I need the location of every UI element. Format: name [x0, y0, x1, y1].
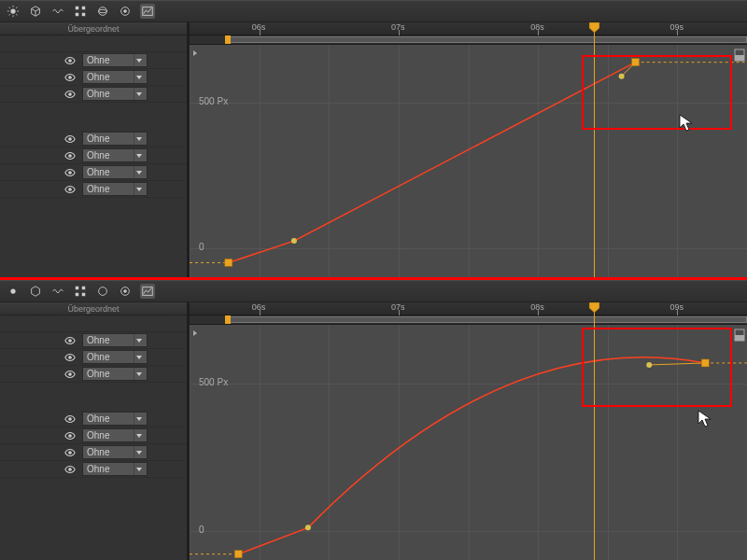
wave-icon[interactable] — [50, 4, 65, 19]
parent-dropdown[interactable]: Ohne — [82, 350, 148, 364]
svg-line-29 — [622, 63, 636, 77]
parent-dropdown[interactable]: Ohne — [82, 132, 148, 146]
parent-dropdown[interactable]: Ohne — [82, 182, 148, 196]
time-ruler[interactable]: 06s07s08s09s — [190, 22, 747, 35]
chevron-down-icon — [134, 183, 143, 195]
chevron-down-icon — [134, 351, 143, 363]
chevron-down-icon — [134, 413, 143, 425]
visibility-icon[interactable] — [63, 54, 77, 67]
target-icon[interactable] — [118, 4, 133, 19]
layer-panel: Übergeordnet OhneOhneOhneOhneOhneOhneOhn… — [0, 302, 187, 560]
cube-icon[interactable] — [28, 284, 43, 299]
layer-panel: Übergeordnet OhneOhneOhneOhneOhneOhneOhn… — [0, 22, 187, 277]
layer-row[interactable]: Ohne — [0, 147, 187, 164]
grid-icon[interactable] — [73, 4, 88, 19]
visibility-icon[interactable] — [63, 463, 77, 476]
layer-row[interactable]: Ohne — [0, 461, 187, 478]
visibility-icon[interactable] — [63, 351, 77, 364]
graph-editor[interactable]: 06s07s08s09s 0500 Px — [187, 302, 747, 560]
grid-icon[interactable] — [73, 284, 88, 299]
parent-dropdown[interactable]: Ohne — [82, 148, 148, 162]
svg-point-13 — [99, 7, 107, 16]
time-ruler[interactable]: 06s07s08s09s — [190, 302, 747, 315]
layer-row[interactable]: Ohne — [0, 332, 187, 349]
sun-icon[interactable] — [6, 4, 21, 19]
svg-point-54 — [305, 525, 311, 530]
keyframe[interactable] — [234, 551, 242, 558]
parent-dropdown[interactable]: Ohne — [82, 462, 148, 476]
graph-editor[interactable]: 06s07s08s09s 0500 Px — [187, 22, 747, 277]
work-area-bar[interactable] — [190, 35, 747, 45]
parent-dropdown[interactable]: Ohne — [82, 165, 148, 179]
y-axis-label: 0 — [199, 242, 204, 252]
svg-rect-10 — [82, 7, 86, 10]
sphere-icon[interactable] — [95, 4, 110, 19]
svg-point-42 — [69, 356, 72, 358]
parent-dropdown[interactable]: Ohne — [82, 428, 148, 442]
parent-dropdown[interactable]: Ohne — [82, 445, 148, 459]
layer-row[interactable]: Ohne — [0, 427, 187, 444]
toolbar-top — [0, 0, 747, 22]
wave-icon[interactable] — [50, 284, 65, 299]
parent-dropdown[interactable]: Ohne — [82, 53, 148, 67]
visibility-icon[interactable] — [63, 446, 77, 459]
parent-dropdown[interactable]: Ohne — [82, 412, 148, 426]
layer-row[interactable]: Ohne — [0, 86, 187, 103]
layer-row[interactable]: Ohne — [0, 444, 187, 461]
parent-dropdown[interactable]: Ohne — [82, 70, 148, 84]
layer-row[interactable]: Ohne — [0, 411, 187, 427]
svg-point-39 — [123, 289, 127, 293]
visibility-icon[interactable] — [63, 88, 77, 101]
sphere-icon[interactable] — [95, 284, 110, 299]
layer-row[interactable]: Ohne — [0, 349, 187, 366]
svg-point-47 — [69, 468, 72, 470]
work-area-bar[interactable] — [190, 315, 747, 325]
svg-rect-11 — [76, 13, 79, 17]
graph-editor-icon[interactable] — [140, 4, 155, 19]
dropdown-value: Ohne — [87, 166, 109, 178]
svg-rect-34 — [82, 287, 86, 290]
sun-icon[interactable] — [6, 284, 21, 299]
svg-rect-36 — [82, 293, 86, 297]
svg-point-32 — [10, 288, 15, 293]
layer-row[interactable]: Ohne — [0, 366, 187, 383]
svg-point-53 — [646, 362, 652, 368]
parent-dropdown[interactable]: Ohne — [82, 87, 148, 101]
graph-editor-icon[interactable] — [140, 284, 155, 299]
visibility-icon[interactable] — [63, 133, 77, 146]
visibility-icon[interactable] — [63, 368, 77, 381]
keyframe[interactable] — [632, 59, 640, 66]
visibility-icon[interactable] — [63, 71, 77, 84]
cursor-icon — [679, 114, 694, 136]
parent-dropdown[interactable]: Ohne — [82, 367, 148, 381]
svg-line-7 — [9, 14, 10, 15]
keyframe[interactable] — [225, 259, 233, 266]
keyframe[interactable] — [701, 359, 709, 367]
layer-row[interactable]: Ohne — [0, 131, 187, 147]
layer-row[interactable]: Ohne — [0, 52, 187, 69]
layer-row[interactable]: Ohne — [0, 69, 187, 86]
svg-rect-12 — [82, 13, 86, 17]
y-axis-label: 500 Px — [199, 96, 228, 106]
dropdown-value: Ohne — [87, 133, 109, 145]
playhead[interactable] — [594, 302, 595, 560]
visibility-icon[interactable] — [63, 166, 77, 179]
svg-point-0 — [10, 8, 15, 13]
visibility-icon[interactable] — [63, 183, 77, 196]
cursor-icon — [698, 410, 712, 432]
dropdown-value: Ohne — [87, 71, 109, 83]
cube-icon[interactable] — [28, 4, 43, 19]
svg-point-41 — [69, 339, 72, 342]
layer-row[interactable]: Ohne — [0, 164, 187, 181]
visibility-icon[interactable] — [63, 149, 77, 162]
visibility-icon[interactable] — [63, 334, 77, 347]
col-header: Übergeordnet — [0, 22, 187, 35]
layer-row[interactable]: Ohne — [0, 181, 187, 198]
dropdown-value: Ohne — [87, 351, 109, 363]
visibility-icon[interactable] — [63, 413, 77, 426]
visibility-icon[interactable] — [63, 429, 77, 442]
parent-dropdown[interactable]: Ohne — [82, 333, 148, 347]
dropdown-value: Ohne — [87, 54, 109, 66]
playhead[interactable] — [594, 22, 595, 277]
target-icon[interactable] — [118, 284, 133, 299]
